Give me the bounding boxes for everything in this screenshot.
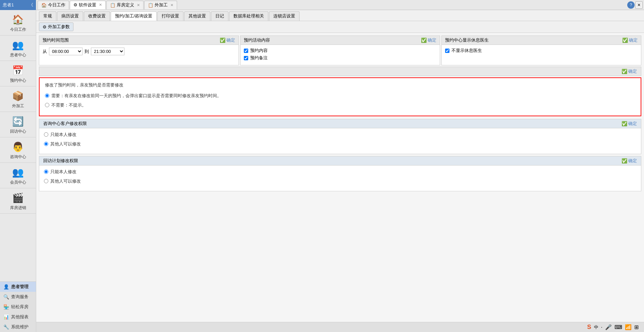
sidebar-bottom-sys-maintenance[interactable]: 🔧 系统维护 (0, 322, 36, 332)
top-three-col: 预约时间范围 ✅ 确定 从 08:00:00 到 21:30:00 (39, 36, 641, 65)
friend-appt-label-need: 需要：有亲友在修改前同一天的预约，会弹出窗口提示是否需要同时修改亲友预约时间。 (51, 93, 221, 99)
activity-option-2-checkbox[interactable] (244, 56, 248, 60)
return-label-only-self: 只能本人修改 (50, 169, 76, 175)
tab-warehouse-def-close[interactable]: ✕ (137, 3, 140, 7)
confirm-icon-2: ✅ (421, 38, 427, 43)
settings-tab-fee-setting[interactable]: 收费设置 (84, 11, 110, 21)
sub-tab-icon: ⚙ (43, 24, 47, 29)
status-network-icon: 📶 (625, 324, 632, 330)
to-time-select[interactable]: 21:30:00 (91, 48, 124, 55)
tab-outsource[interactable]: 📋 外加工 ✕ (144, 1, 177, 9)
return-radio-only-self[interactable] (44, 170, 48, 174)
sidebar-bottom-label-easy-warehouse: 轻松库房 (11, 304, 29, 310)
sidebar-item-today-work[interactable]: 🏠 今日工作 (0, 10, 36, 36)
return-visit-permission-confirm-btn[interactable]: ✅ 确定 (622, 158, 637, 164)
settings-tab-diary[interactable]: 日记 (211, 11, 228, 21)
confirm-icon-3: ✅ (622, 38, 628, 43)
sidebar-label-today-work: 今日工作 (10, 27, 26, 32)
activity-option-1-row: 预约内容 (244, 48, 436, 54)
sidebar-label-outsource: 外加工 (12, 103, 24, 109)
settings-tab-db-processing[interactable]: 数据库处理相关 (229, 11, 268, 21)
return-others-can-row: 其他人可以修改 (44, 178, 636, 184)
return-radio-others-can[interactable] (44, 179, 48, 183)
status-mic-icon[interactable]: 🎤 (605, 324, 612, 330)
settings-tab-chain-shop[interactable]: 连锁店设置 (269, 11, 300, 21)
status-bar: S 中 · 🎤 ⌨ 📶 ⊞ (36, 322, 644, 332)
tab-today-work-icon: 🏠 (41, 3, 47, 8)
sidebar-item-member-center[interactable]: 👥 会员中心 (0, 163, 36, 188)
status-grid-icon[interactable]: ⊞ (634, 324, 639, 330)
return-visit-permission-title: 回访计划修改权限 (43, 158, 78, 164)
activity-option-1-checkbox[interactable] (244, 49, 248, 53)
return-label-others-can: 其他人可以修改 (50, 178, 81, 184)
status-lang-icon[interactable]: 中 (594, 324, 598, 330)
patient-mgmt-icon: 👤 (3, 284, 9, 289)
from-time-select[interactable]: 08:00:00 (49, 48, 83, 55)
consult-radio-only-self[interactable] (44, 132, 48, 137)
settings-tab-other-setting-label: 其他设置 (189, 13, 206, 18)
query-service-icon: 🔍 (3, 294, 9, 300)
sub-tab-outsource-params[interactable]: ⚙ 外加工参数 (39, 22, 73, 31)
settings-tab-print-setting[interactable]: 打印设置 (157, 11, 183, 21)
settings-tab-appointment-setting[interactable]: 预约/加工/咨询设置 (111, 11, 157, 21)
appointment-activity-confirm-btn[interactable]: ✅ 确定 (421, 37, 436, 43)
appointment-activity-block: 预约活动内容 ✅ 确定 预约内容 预约备注 (240, 36, 440, 65)
return-visit-permission-confirm-label: 确定 (628, 158, 637, 164)
window-close-button[interactable]: ✕ (635, 1, 643, 9)
settings-tab-general-label: 常规 (43, 13, 52, 18)
main-content: 🏠 今日工作 ⚙ 软件设置 ✕ 📋 库房定义 ✕ 📋 外加工 ✕ ? ✕ 常规 … (36, 0, 644, 332)
settings-tab-print-setting-label: 打印设置 (162, 13, 179, 18)
sidebar-collapse-icon[interactable]: 《 (29, 2, 33, 8)
sidebar-bottom-patient-mgmt[interactable]: 👤 患者管理 (0, 282, 36, 292)
appointment-time-header: 预约时间范围 ✅ 确定 (39, 36, 238, 45)
to-label: 到 (85, 49, 89, 55)
tab-outsource-close[interactable]: ✕ (170, 3, 173, 7)
friend-appt-radio-no-need[interactable] (45, 103, 49, 107)
sidebar-bottom-label-sys-maintenance: 系统维护 (11, 324, 29, 330)
consult-radio-others-can[interactable] (44, 142, 48, 146)
consult-permission-confirm-btn[interactable]: ✅ 确定 (622, 121, 637, 127)
consult-permission-confirm-label: 确定 (628, 121, 637, 127)
sidebar-item-patient-center[interactable]: 👥 患者中心 (0, 36, 36, 61)
sidebar-bottom-other-reports[interactable]: 📊 其他报表 (0, 312, 36, 322)
friend-appt-label-no-need: 不需要：不提示。 (51, 102, 86, 108)
tab-software-settings[interactable]: ⚙ 软件设置 ✕ (70, 1, 106, 9)
settings-tab-medical-record[interactable]: 病历设置 (57, 11, 83, 21)
appointment-center-display-block: 预约中心显示休息医生 ✅ 确定 不显示休息医生 (441, 36, 641, 65)
sidebar-item-return-visit[interactable]: 🔄 回访中心 (0, 112, 36, 137)
activity-option-1-label: 预约内容 (250, 48, 268, 54)
settings-tab-appointment-setting-label: 预约/加工/咨询设置 (115, 13, 152, 18)
help-button[interactable]: ? (627, 1, 635, 9)
sidebar-item-consult-center[interactable]: 👨 咨询中心 (0, 137, 36, 163)
appointment-time-confirm-btn[interactable]: ✅ 确定 (220, 37, 235, 43)
sys-maintenance-icon: 🔧 (3, 324, 9, 330)
tab-today-work-label: 今日工作 (48, 2, 65, 8)
appointment-center-display-confirm-btn[interactable]: ✅ 确定 (622, 37, 638, 43)
tab-software-settings-icon: ⚙ (73, 2, 77, 7)
consult-permission-body: 只能本人修改 其他人可以修改 (39, 128, 641, 154)
display-option-1-row: 不显示休息医生 (445, 48, 638, 54)
tab-warehouse-def[interactable]: 📋 库房定义 ✕ (106, 1, 144, 9)
display-option-1-checkbox[interactable] (445, 49, 449, 53)
sidebar-bottom-easy-warehouse[interactable]: 🏪 轻松库房 (0, 302, 36, 312)
sidebar-item-outsource[interactable]: 📦 外加工 (0, 86, 36, 112)
sidebar-label-warehouse: 库房进销 (10, 205, 26, 211)
patient-center-icon: 👥 (11, 38, 25, 52)
sidebar-item-warehouse[interactable]: 🎬 库房进销 (0, 188, 36, 214)
settings-tab-fee-setting-label: 收费设置 (88, 13, 106, 18)
sidebar-bottom-query-service[interactable]: 🔍 查询服务 (0, 292, 36, 302)
tab-bar: 🏠 今日工作 ⚙ 软件设置 ✕ 📋 库房定义 ✕ 📋 外加工 ✕ ? ✕ (36, 0, 644, 10)
sidebar-bottom: 👤 患者管理 🔍 查询服务 🏪 轻松库房 📊 其他报表 🔧 系统维护 (0, 281, 36, 332)
friend-appointment-title: 修改了预约时间，亲友预约是否需要修改 (45, 82, 635, 88)
friend-appt-option-need: 需要：有亲友在修改前同一天的预约，会弹出窗口提示是否需要同时修改亲友预约时间。 (45, 93, 635, 99)
tab-today-work[interactable]: 🏠 今日工作 (38, 1, 69, 9)
status-s-icon: S (587, 324, 591, 331)
sidebar-label-return-visit: 回访中心 (10, 129, 26, 134)
sidebar-item-appointment-center[interactable]: 📅 预约中心 (0, 61, 36, 86)
friend-appt-radio-need[interactable] (45, 93, 49, 98)
status-keyboard-icon[interactable]: ⌨ (614, 324, 622, 330)
friend-appt-confirm-btn[interactable]: ✅ 确定 (622, 68, 637, 74)
settings-tab-other-setting[interactable]: 其他设置 (184, 11, 210, 21)
settings-tab-general[interactable]: 常规 (39, 11, 56, 21)
tab-software-settings-close[interactable]: ✕ (99, 3, 102, 7)
